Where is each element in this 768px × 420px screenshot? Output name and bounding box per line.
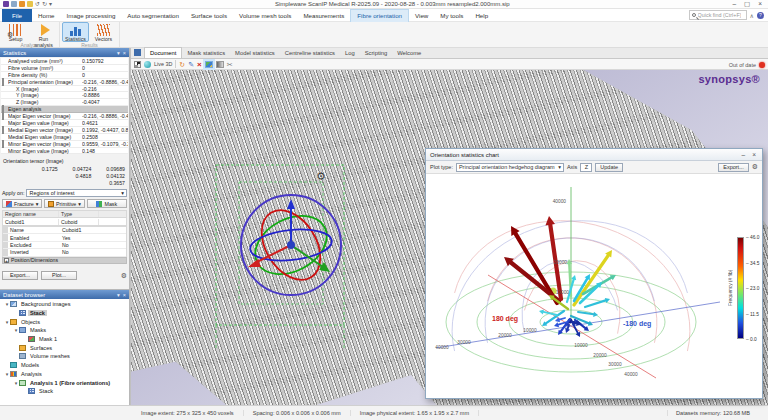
undo-icon[interactable]: ↺ — [35, 1, 40, 7]
maximize-button[interactable]: ▢ — [744, 0, 750, 8]
tree-item-background-images[interactable]: ▾Background images — [1, 300, 128, 309]
collapse-ribbon-icon[interactable]: ∧ — [750, 12, 754, 19]
quick-find[interactable]: Quick find (Ctrl+F) — [689, 10, 747, 20]
expand-icon[interactable]: + — [4, 258, 9, 263]
ribbon-group-results: StatisticsVectorsResults — [60, 22, 120, 47]
close-icon[interactable]: × — [123, 292, 126, 298]
run-analysis-button[interactable]: Run analysis — [30, 22, 57, 42]
lock-icon[interactable] — [19, 1, 25, 7]
stat-value: 0.1992, -0.4437, 0.8737 — [82, 127, 128, 133]
tree-item-mask-1[interactable]: Mask 1 — [1, 335, 128, 344]
redo-icon[interactable]: ↻ — [42, 1, 47, 7]
tab-scripting[interactable]: Scripting — [360, 47, 393, 58]
svg-text:20000: 20000 — [498, 333, 512, 338]
stat-label: Eigen analysis — [8, 106, 82, 112]
property-value[interactable]: Yes — [60, 235, 126, 241]
render-settings-icon[interactable] — [205, 61, 213, 68]
export-button[interactable]: Export... — [2, 271, 38, 280]
property-value[interactable]: No — [60, 242, 126, 248]
tree-item-models[interactable]: Models — [1, 361, 128, 370]
chart-settings-gear-icon[interactable]: ⚙ — [752, 163, 758, 171]
tab-centreline-statistics[interactable]: Centreline statistics — [280, 47, 340, 58]
tree-item-label: Analysis — [19, 371, 44, 377]
table-row[interactable]: Cuboid1Cuboid — [3, 218, 126, 225]
widget-gear-icon[interactable]: ⚙ — [316, 170, 326, 183]
ribbon-tab-home[interactable]: Home — [32, 9, 61, 22]
save-icon[interactable] — [11, 1, 17, 7]
close-button[interactable]: × — [758, 0, 762, 8]
pin-icon[interactable]: ▾ — [117, 292, 120, 298]
pointer-tool-icon[interactable]: ✎ — [188, 60, 194, 69]
sphere-3d-icon[interactable] — [144, 61, 151, 68]
checkbox-icon[interactable] — [2, 140, 4, 148]
tab-mask-statistics[interactable]: Mask statistics — [182, 47, 230, 58]
property-label: Name — [8, 227, 60, 233]
rotation-widget[interactable] — [235, 189, 347, 301]
stack-icon — [19, 310, 26, 316]
ribbon-tab-my-tools[interactable]: My tools — [434, 9, 469, 22]
gear-icon[interactable]: ⚙ — [121, 271, 127, 280]
divider — [175, 60, 176, 68]
tree-item-analysis-1-fibre-orientations[interactable]: ▾Analysis 1 (Fibre orientations) — [1, 378, 128, 387]
tree-item-stack[interactable]: Stack — [1, 387, 128, 396]
tensor-cell: 0.3657 — [91, 180, 125, 187]
stat-value: 0 — [82, 72, 128, 78]
tab-model-statistics[interactable]: Model statistics — [230, 47, 280, 58]
tree-item-analysis[interactable]: ▾Analysis — [1, 370, 128, 379]
tree-item-masks[interactable]: ▾Masks — [1, 326, 128, 335]
checkbox-icon[interactable] — [2, 112, 4, 120]
reset-view-icon[interactable]: ↻ — [179, 60, 185, 69]
update-button[interactable]: Update — [595, 163, 623, 172]
tree-item-objects[interactable]: ▾Objects — [1, 317, 128, 326]
stat-value: -0.216 — [82, 86, 128, 92]
position-dimensions-section[interactable]: + Position/Dimensions — [2, 257, 127, 264]
chart-export-button[interactable]: Export... — [718, 163, 748, 172]
axis-input[interactable]: Z — [580, 163, 592, 172]
ribbon-tab-view[interactable]: View — [409, 9, 434, 22]
minimize-button[interactable]: – — [732, 0, 736, 8]
star-icon[interactable] — [27, 1, 33, 7]
fracture-button[interactable]: Fracture▾ — [2, 199, 42, 208]
tab-welcome[interactable]: Welcome — [392, 47, 426, 58]
axis-label: Axis — [567, 164, 577, 170]
stat-value: 0.2508 — [82, 134, 128, 140]
vectors-button[interactable]: Vectors — [90, 22, 117, 42]
checkbox-icon[interactable] — [2, 126, 4, 134]
tab-document[interactable]: Document — [144, 47, 182, 58]
gradient-icon[interactable] — [216, 61, 224, 68]
tree-item-stack[interactable]: Stack — [1, 309, 128, 318]
plot-type-select[interactable]: Principal orientation hedgehog diagram ▾ — [456, 163, 564, 172]
primitive-button[interactable]: Primitive▾ — [44, 199, 84, 208]
apply-on-select[interactable]: Regions of interest ▾ — [26, 189, 127, 197]
svg-text:180 deg: 180 deg — [492, 315, 518, 323]
plot-button[interactable]: Plot... — [41, 271, 77, 280]
chart-minimize-button[interactable]: – — [742, 151, 746, 158]
ribbon-tab-fibre-orientation[interactable]: Fibre orientation — [350, 9, 409, 22]
chart-window-titlebar[interactable]: Orientation statistics chart – × — [426, 149, 762, 161]
mask-button[interactable]: Mask — [87, 199, 127, 208]
tab-log[interactable]: Log — [340, 47, 360, 58]
status-item: Image physical extent: 1.65 x 1.95 x 2.7… — [351, 410, 479, 416]
delete-icon[interactable]: × — [197, 60, 202, 69]
tree-item-surfaces[interactable]: Surfaces — [1, 343, 128, 352]
ribbon-tab-help[interactable]: Help — [469, 9, 494, 22]
property-value[interactable]: No — [60, 249, 126, 255]
measure-icon[interactable]: ✂ — [227, 60, 233, 69]
tree-item-volume-meshes[interactable]: Volume meshes — [1, 352, 128, 361]
ribbon-tab-measurements[interactable]: Measurements — [297, 9, 350, 22]
file-menu-button[interactable]: File — [2, 9, 32, 22]
property-value[interactable]: Cuboid1 — [60, 227, 126, 233]
ribbon-tab-image-processing[interactable]: Image processing — [61, 9, 122, 22]
ribbon-tab-volume-mesh-tools[interactable]: Volume mesh tools — [233, 9, 297, 22]
ribbon-tab-surface-tools[interactable]: Surface tools — [185, 9, 233, 22]
pin-icon[interactable]: ▾ — [117, 50, 120, 56]
setup-button[interactable]: Setup — [2, 22, 29, 42]
ribbon-tab-auto-segmentation[interactable]: Auto segmentation — [121, 9, 185, 22]
statistics-button[interactable]: Statistics — [62, 22, 89, 42]
view-layout-icon[interactable] — [134, 61, 141, 68]
checkbox-icon[interactable] — [2, 78, 4, 86]
help-icon[interactable]: ? — [757, 12, 764, 19]
close-icon[interactable]: × — [123, 50, 126, 56]
stat-label: Major Eigen vector (Image) — [8, 113, 82, 119]
chart-close-button[interactable]: × — [752, 151, 756, 158]
